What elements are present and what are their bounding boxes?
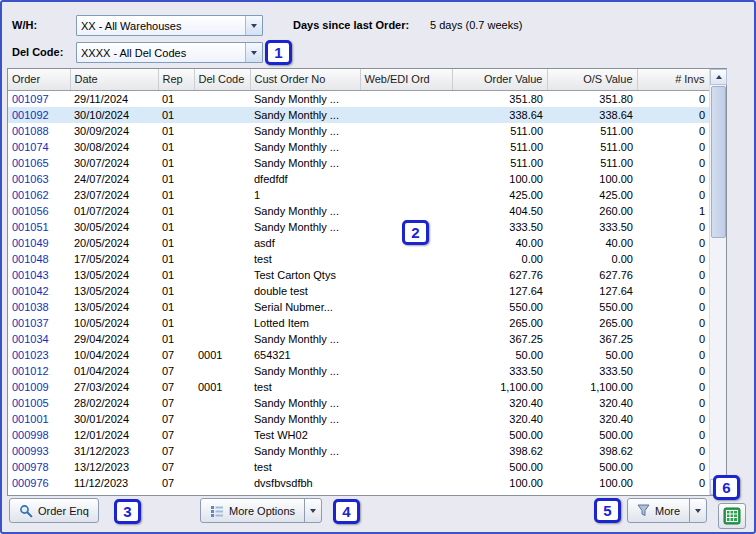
- col-header-rep[interactable]: Rep: [158, 69, 194, 90]
- cell-order-value: 511.00: [452, 139, 547, 155]
- table-row[interactable]: 001049 20/05/2024 01 asdf 40.00 40.00 0: [8, 235, 709, 251]
- table-row[interactable]: 001088 30/09/2024 01 Sandy Monthly ... 5…: [8, 123, 709, 139]
- vertical-scrollbar[interactable]: [709, 69, 726, 495]
- more-label: More: [655, 505, 680, 517]
- more-dropdown-button[interactable]: [689, 498, 707, 523]
- table-row[interactable]: 001012 01/04/2024 07 Sandy Monthly ... 3…: [8, 363, 709, 379]
- cell-num-invs: 0: [637, 235, 709, 251]
- table-row[interactable]: 001042 13/05/2024 01 double test 127.64 …: [8, 283, 709, 299]
- bottom-toolbar: Order Enq More Options More: [2, 496, 754, 534]
- table-row[interactable]: 001065 30/07/2024 01 Sandy Monthly ... 5…: [8, 155, 709, 171]
- cell-rep: 01: [158, 203, 194, 219]
- cell-num-invs: 0: [637, 363, 709, 379]
- scroll-up-button[interactable]: [710, 69, 727, 85]
- cell-order-value: 425.00: [452, 187, 547, 203]
- col-header-del-code[interactable]: Del Code: [194, 69, 250, 90]
- cell-num-invs: 0: [637, 267, 709, 283]
- table-row[interactable]: 001009 27/03/2024 07 0001 test 1,100.00 …: [8, 379, 709, 395]
- more-options-button[interactable]: More Options: [200, 498, 305, 523]
- cell-num-invs: 0: [637, 443, 709, 459]
- more-options-dropdown-button[interactable]: [304, 498, 322, 523]
- col-header-cust-order-no[interactable]: Cust Order No: [250, 69, 360, 90]
- cell-order: 001051: [8, 219, 70, 235]
- table-row[interactable]: 001097 29/11/2024 01 Sandy Monthly ... 3…: [8, 90, 709, 107]
- order-enq-button[interactable]: Order Enq: [9, 498, 99, 523]
- cell-order-value: 320.40: [452, 411, 547, 427]
- cell-web-edi-ord: [360, 283, 452, 299]
- warehouse-select[interactable]: XX - All Warehouses: [76, 15, 263, 36]
- col-header-date[interactable]: Date: [70, 69, 158, 90]
- table-row[interactable]: 001092 30/10/2024 01 Sandy Monthly ... 3…: [8, 107, 709, 123]
- cell-cust-order-no: double test: [250, 283, 360, 299]
- table-row[interactable]: 001062 23/07/2024 01 1 425.00 425.00 0: [8, 187, 709, 203]
- col-header-num-invs[interactable]: # Invs: [637, 69, 709, 90]
- table-row[interactable]: 000993 31/12/2023 07 Sandy Monthly ... 3…: [8, 443, 709, 459]
- cell-order-value: 40.00: [452, 235, 547, 251]
- export-excel-button[interactable]: [718, 503, 746, 529]
- col-header-order-value[interactable]: Order Value: [452, 69, 547, 90]
- table-row[interactable]: 001038 13/05/2024 01 Serial Nubmer... 55…: [8, 299, 709, 315]
- cell-cust-order-no: Sandy Monthly ...: [250, 107, 360, 123]
- cell-os-value: 550.00: [547, 299, 637, 315]
- table-row[interactable]: 001023 10/04/2024 07 0001 654321 50.00 5…: [8, 347, 709, 363]
- cell-cust-order-no: Sandy Monthly ...: [250, 363, 360, 379]
- del-code-dropdown-arrow-icon[interactable]: [245, 43, 262, 62]
- del-code-select[interactable]: XXXX - All Del Codes: [76, 42, 263, 63]
- cell-rep: 07: [158, 475, 194, 491]
- table-row[interactable]: 001037 10/05/2024 01 Lotted Item 265.00 …: [8, 315, 709, 331]
- cell-del-code: [194, 219, 250, 235]
- cell-cust-order-no: dvsfbvsdfbh: [250, 475, 360, 491]
- cell-order-value: 351.80: [452, 90, 547, 107]
- table-row[interactable]: 001056 01/07/2024 01 Sandy Monthly ... 4…: [8, 203, 709, 219]
- days-since-last-order-label: Days since last Order:: [293, 19, 409, 31]
- col-header-order[interactable]: Order: [8, 69, 70, 90]
- cell-order-value: 1,100.00: [452, 379, 547, 395]
- cell-order: 000998: [8, 427, 70, 443]
- cell-del-code: 0001: [194, 347, 250, 363]
- cell-order: 001065: [8, 155, 70, 171]
- cell-num-invs: 0: [637, 187, 709, 203]
- cell-os-value: 127.64: [547, 283, 637, 299]
- col-header-web-edi-ord[interactable]: Web/EDI Ord: [360, 69, 452, 90]
- table-row[interactable]: 001001 30/01/2024 07 Sandy Monthly ... 3…: [8, 411, 709, 427]
- table-row[interactable]: 001051 30/05/2024 01 Sandy Monthly ... 3…: [8, 219, 709, 235]
- cell-os-value: 40.00: [547, 235, 637, 251]
- table-row[interactable]: 001048 17/05/2024 01 test 0.00 0.00 0: [8, 251, 709, 267]
- cell-num-invs: 0: [637, 251, 709, 267]
- table-row[interactable]: 001034 29/04/2024 01 Sandy Monthly ... 3…: [8, 331, 709, 347]
- table-row[interactable]: 000976 11/12/2023 07 dvsfbvsdfbh 100.00 …: [8, 475, 709, 491]
- order-enq-label: Order Enq: [38, 505, 89, 517]
- col-header-os-value[interactable]: O/S Value: [547, 69, 637, 90]
- cell-order-value: 100.00: [452, 475, 547, 491]
- cell-del-code: [194, 123, 250, 139]
- more-button[interactable]: More: [627, 498, 690, 523]
- table-row[interactable]: 000978 13/12/2023 07 test 500.00 500.00 …: [8, 459, 709, 475]
- cell-os-value: 320.40: [547, 395, 637, 411]
- cell-num-invs: 0: [637, 379, 709, 395]
- table-row[interactable]: 001063 24/07/2024 01 dfedfdf 100.00 100.…: [8, 171, 709, 187]
- cell-order: 001056: [8, 203, 70, 219]
- scrollbar-thumb[interactable]: [711, 86, 726, 238]
- cell-rep: 01: [158, 283, 194, 299]
- cell-date: 13/05/2024: [70, 267, 158, 283]
- warehouse-dropdown-arrow-icon[interactable]: [245, 16, 262, 35]
- cell-cust-order-no: Sandy Monthly ...: [250, 395, 360, 411]
- cell-date: 30/08/2024: [70, 139, 158, 155]
- table-row[interactable]: 001043 13/05/2024 01 Test Carton Qtys 62…: [8, 267, 709, 283]
- cell-order: 001049: [8, 235, 70, 251]
- more-options-group: More Options: [200, 498, 322, 523]
- cell-date: 23/07/2024: [70, 187, 158, 203]
- cell-date: 01/07/2024: [70, 203, 158, 219]
- cell-order: 001034: [8, 331, 70, 347]
- cell-del-code: [194, 171, 250, 187]
- cell-order: 001048: [8, 251, 70, 267]
- table-row[interactable]: 001005 28/02/2024 07 Sandy Monthly ... 3…: [8, 395, 709, 411]
- cell-web-edi-ord: [360, 315, 452, 331]
- cell-del-code: [194, 315, 250, 331]
- cell-rep: 01: [158, 331, 194, 347]
- cell-rep: 01: [158, 107, 194, 123]
- cell-order-value: 100.00: [452, 171, 547, 187]
- table-row[interactable]: 000998 12/01/2024 07 Test WH02 500.00 50…: [8, 427, 709, 443]
- cell-cust-order-no: test: [250, 379, 360, 395]
- table-row[interactable]: 001074 30/08/2024 01 Sandy Monthly ... 5…: [8, 139, 709, 155]
